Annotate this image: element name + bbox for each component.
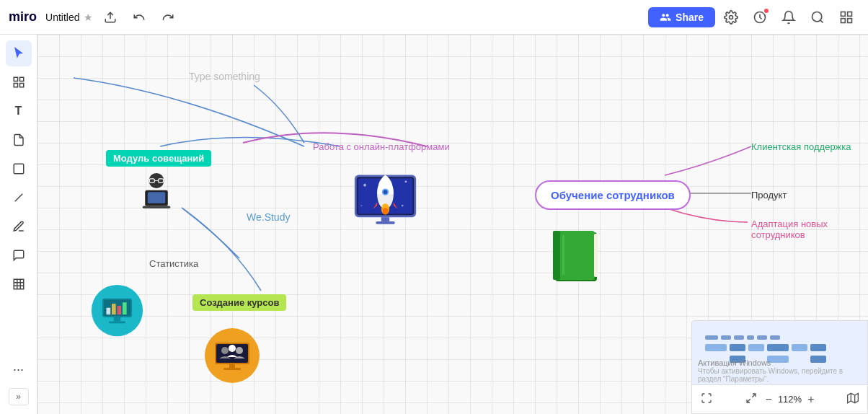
branch-produkt: Продукт [751,190,787,201]
svg-point-49 [402,205,404,207]
topbar-right: Share [648,4,859,30]
type-hint: Type something [189,71,260,82]
svg-rect-34 [114,317,120,322]
person-laptop-icon [131,168,182,221]
text-tool[interactable]: T [6,98,32,124]
svg-point-3 [812,12,822,21]
svg-rect-12 [19,84,23,87]
svg-point-1 [730,15,733,19]
svg-point-53 [384,190,388,194]
comment-tool[interactable] [6,242,32,268]
svg-rect-57 [376,221,395,224]
svg-rect-10 [19,77,23,81]
svg-line-4 [820,19,823,22]
zoom-out-button[interactable]: − [763,392,775,408]
rabota-label: Работа с онлайн-платформами [313,141,450,152]
left-toolbar: T ··· » [0,35,37,414]
share-button[interactable]: Share [648,7,715,27]
share-label: Share [676,12,704,23]
settings-button[interactable] [718,4,744,30]
rocket-icon [351,168,420,236]
branch-adaptatsiya: Адаптация новых сотрудников [751,219,868,240]
svg-rect-13 [14,164,24,174]
expand-toolbar[interactable]: » [9,388,29,405]
topbar: miro Untitled ★ Share [0,0,868,35]
redo-button[interactable] [156,6,180,29]
svg-point-47 [363,184,366,187]
miro-logo: miro [9,9,37,25]
minimap: Активация Windows Чтобы активировать Win… [691,320,868,414]
upload-button[interactable] [99,6,122,29]
svg-rect-61 [594,234,598,277]
svg-rect-32 [118,306,122,314]
branch-klientskaya: Клиентская поддержка [751,141,851,152]
svg-marker-63 [848,393,859,402]
we-study-label: We.Study [247,211,290,223]
svg-point-40 [236,347,243,354]
favorite-icon[interactable]: ★ [84,12,93,23]
group-icon [203,327,261,387]
activate-windows: Активация Windows Чтобы активировать Win… [696,357,863,384]
svg-rect-11 [14,84,17,87]
zoom-controls: − 112% + [743,391,818,408]
svg-rect-56 [381,217,389,221]
sticky-tool[interactable] [6,127,32,153]
svg-rect-15 [14,279,24,289]
menu-button[interactable] [833,4,859,30]
statistika-label: Статистика [149,258,198,269]
center-node[interactable]: Обучение сотрудников [535,180,691,210]
minimap-footer: − 112% + [692,384,867,413]
line-tool[interactable] [6,185,32,211]
svg-rect-26 [143,206,171,209]
svg-rect-42 [229,364,235,368]
svg-rect-5 [841,12,846,16]
svg-point-39 [221,347,229,354]
sozdanie-label[interactable]: Создание курсов [192,294,286,311]
svg-rect-43 [223,368,241,370]
svg-rect-60 [553,231,560,280]
svg-rect-62 [562,235,564,275]
more-tools[interactable]: ··· [6,356,32,382]
svg-rect-9 [14,77,17,81]
svg-rect-33 [123,302,127,314]
frames-tool[interactable] [6,69,32,95]
svg-rect-6 [848,12,852,16]
svg-point-48 [405,181,407,183]
undo-button[interactable] [128,6,151,29]
svg-rect-30 [107,308,111,314]
stats-icon [90,283,144,340]
svg-point-50 [360,205,362,206]
zoom-in-button[interactable]: + [805,392,817,408]
activate-desc: Чтобы активировать Windows, перейдите в … [698,367,862,383]
table-tool[interactable] [6,271,32,297]
svg-rect-7 [848,18,852,22]
zoom-level: 112% [778,394,802,405]
notifications-button[interactable] [776,4,802,30]
shape-tool[interactable] [6,156,32,182]
book-icon [549,228,603,289]
svg-rect-31 [112,304,116,314]
activate-title: Активация Windows [698,358,862,367]
svg-line-14 [14,194,22,202]
timer-button[interactable] [747,4,773,30]
pen-tool[interactable] [6,213,32,239]
fit-content-button[interactable] [743,391,760,408]
svg-point-41 [229,345,236,352]
module-label[interactable]: Модуль совещаний [106,150,211,167]
title-area: Untitled ★ [45,12,93,23]
fit-view-button[interactable] [698,391,715,408]
map-toggle-button[interactable] [844,391,862,408]
svg-point-55 [383,208,389,214]
svg-rect-25 [148,192,166,203]
search-button[interactable] [805,4,831,30]
document-title[interactable]: Untitled [45,12,79,23]
cursor-tool[interactable] [6,40,32,66]
svg-rect-8 [841,18,846,22]
svg-rect-35 [109,322,125,324]
